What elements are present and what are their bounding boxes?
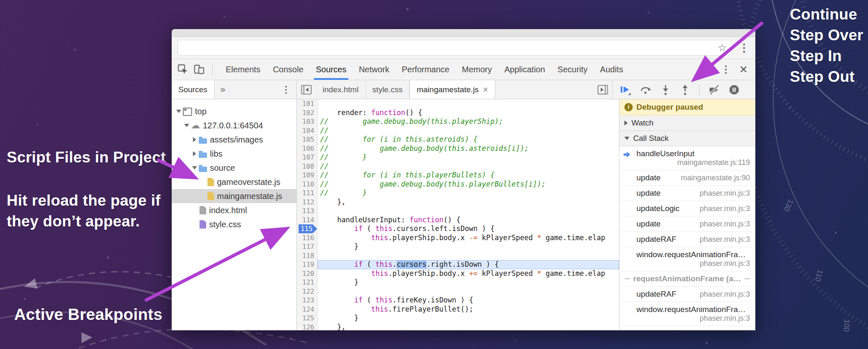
tab-audits[interactable]: Audits: [594, 59, 629, 80]
call-stack-frame[interactable]: handleUserInputmaingamestate.js:119: [619, 146, 755, 170]
call-stack-frame[interactable]: updatemaingamestate.js:90: [619, 170, 755, 186]
line-number[interactable]: 103: [297, 117, 318, 126]
expander-open-icon[interactable]: [175, 110, 182, 113]
tree-item-assets-images[interactable]: assets/images: [172, 133, 296, 147]
navigator-overflow-icon[interactable]: »: [220, 84, 225, 95]
breakpoint-line-number[interactable]: 115: [297, 224, 318, 233]
devtools-menu-icon[interactable]: ⋮: [721, 64, 731, 75]
editor-tab-index-html[interactable]: index.html: [316, 80, 366, 99]
call-stack-frame[interactable]: window.requestAnimationFra…phaser.min.js…: [619, 302, 755, 326]
code-line-114: 114 handleUserInput: function() {: [297, 216, 619, 225]
pause-on-exceptions-icon[interactable]: [729, 84, 740, 95]
editor-tab-style-css[interactable]: style.css: [366, 80, 410, 99]
breakpoint-marker[interactable]: 115: [298, 224, 317, 233]
code-line-text: // for (i in this.asteroids) {: [318, 135, 619, 144]
line-number[interactable]: 126: [297, 323, 318, 331]
tree-item-style-css[interactable]: style.css: [172, 217, 296, 231]
tab-performance[interactable]: Performance: [396, 59, 456, 80]
line-number[interactable]: 107: [297, 153, 318, 162]
browser-menu-icon[interactable]: ⋮: [739, 42, 750, 53]
line-number[interactable]: 123: [297, 296, 318, 305]
code-line-120: 120 this.playerShip.body.x += kPlayerSpe…: [297, 269, 619, 278]
hide-navigator-icon[interactable]: [301, 85, 312, 95]
tab-sources[interactable]: Sources: [310, 59, 353, 80]
code-line-118: 118: [297, 251, 619, 261]
line-number[interactable]: 114: [297, 216, 318, 225]
code-line-126: 126 },: [297, 323, 619, 331]
navigator-tab-sources[interactable]: Sources: [172, 80, 215, 99]
line-number[interactable]: 112: [297, 198, 318, 207]
call-stack-section-header[interactable]: Call Stack: [619, 131, 755, 146]
show-drawer-icon[interactable]: [597, 85, 608, 95]
expander-open-icon[interactable]: [183, 124, 190, 127]
tab-elements[interactable]: Elements: [219, 59, 266, 80]
toolbar-divider: [699, 84, 700, 96]
call-stack-frame[interactable]: updateLogicphaser.min.js:3: [619, 201, 755, 216]
code-line-123: 123 if ( this.fireKey.isDown ) {: [297, 296, 619, 305]
tree-item-maingamestate-js[interactable]: maingamestate.js: [172, 189, 296, 203]
bookmark-star-icon[interactable]: ☆: [718, 43, 727, 53]
code-line-103: 103// game.debug.body(this.playerShip);: [297, 117, 619, 126]
line-number[interactable]: 125: [297, 314, 318, 323]
step-over-icon[interactable]: [640, 84, 651, 95]
annotation-step-over: Step Over: [790, 25, 863, 46]
tree-item-127-0-0-1-64504[interactable]: ☁127.0.0.1:64504: [172, 118, 296, 133]
call-stack-frame[interactable]: updateRAFphaser.min.js:3: [619, 232, 755, 247]
tree-item-libs[interactable]: libs: [172, 147, 296, 161]
address-bar[interactable]: ☆: [178, 40, 732, 56]
tab-application[interactable]: Application: [498, 59, 551, 80]
line-number[interactable]: 121: [297, 278, 318, 287]
tree-item-index-html[interactable]: index.html: [172, 203, 296, 217]
code-line-text: // game.debug.body(this.playerBullets[i]…: [318, 180, 619, 189]
line-number[interactable]: 116: [297, 233, 318, 243]
watch-section-header[interactable]: Watch: [619, 116, 755, 131]
expander-open-icon[interactable]: [191, 166, 198, 170]
expander-closed-icon[interactable]: [191, 137, 198, 142]
expander-closed-icon[interactable]: [191, 151, 198, 156]
devtools-close-icon[interactable]: ✕: [739, 64, 748, 76]
tab-console[interactable]: Console: [266, 59, 309, 80]
cloud-icon: ☁: [191, 121, 200, 130]
tab-security[interactable]: Security: [551, 59, 594, 80]
tree-item-source[interactable]: source: [172, 161, 296, 175]
line-number[interactable]: 110: [297, 180, 318, 189]
code-line-122: 122: [297, 287, 619, 296]
line-number[interactable]: 101: [297, 99, 318, 108]
call-stack-frame[interactable]: updatephaser.min.js:3: [619, 216, 755, 232]
editor-tab-maingamestate-js[interactable]: maingamestate.js×: [409, 80, 495, 99]
inspect-element-icon[interactable]: [178, 64, 188, 75]
step-out-icon[interactable]: [680, 84, 690, 96]
line-number[interactable]: 117: [297, 242, 318, 251]
call-stack-frame[interactable]: updatephaser.min.js:3: [619, 186, 755, 201]
frame-function-name: updateRAF: [636, 290, 676, 299]
line-number[interactable]: 109: [297, 171, 318, 180]
close-tab-icon[interactable]: ×: [483, 85, 488, 94]
line-number[interactable]: 122: [297, 287, 318, 296]
line-number[interactable]: 124: [297, 305, 318, 314]
frame-icon: [183, 108, 192, 116]
resume-script-icon[interactable]: [619, 84, 631, 96]
code-line-text: if ( this.fireKey.isDown ) {: [318, 296, 619, 305]
line-number[interactable]: 118: [297, 251, 318, 261]
line-number[interactable]: 102: [297, 108, 318, 118]
line-number[interactable]: 108: [297, 162, 318, 171]
line-number[interactable]: 120: [297, 269, 318, 278]
step-into-icon[interactable]: [660, 84, 671, 96]
deactivate-breakpoints-icon[interactable]: [708, 84, 720, 95]
line-number[interactable]: 105: [297, 135, 318, 144]
code-line-text: this.playerShip.body.x += kPlayerSpeed *…: [318, 269, 619, 278]
navigator-menu-icon[interactable]: ⋮: [281, 84, 291, 95]
svg-text:110: 110: [814, 269, 825, 283]
tree-item-gameoverstate-js[interactable]: gameoverstate.js: [172, 175, 296, 189]
device-toolbar-icon[interactable]: [193, 64, 205, 75]
call-stack-frame[interactable]: window.requestAnimationFra…phaser.min.js…: [619, 247, 755, 271]
tab-network[interactable]: Network: [353, 59, 395, 80]
line-number[interactable]: 119: [297, 260, 318, 269]
call-stack-frame[interactable]: updateRAFphaser.min.js:3: [619, 287, 755, 302]
line-number[interactable]: 104: [297, 126, 318, 135]
line-number[interactable]: 113: [297, 206, 318, 216]
tab-memory[interactable]: Memory: [456, 59, 498, 80]
line-number[interactable]: 111: [297, 189, 318, 198]
tree-item-top[interactable]: top: [172, 104, 296, 118]
line-number[interactable]: 106: [297, 144, 318, 153]
